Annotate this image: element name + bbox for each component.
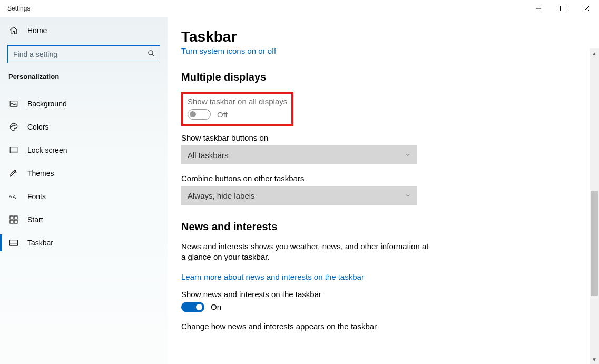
search-icon [148, 50, 155, 59]
sidebar-item-label: Lock screen [27, 146, 67, 154]
scrollbar-thumb[interactable] [591, 191, 598, 296]
sidebar-item-start[interactable]: Start [0, 208, 168, 231]
dropdown-show-buttons-on[interactable]: All taskbars [181, 145, 417, 164]
sidebar-item-taskbar[interactable]: Taskbar [0, 231, 168, 254]
themes-icon [8, 168, 19, 179]
home-icon [8, 25, 19, 36]
sidebar-item-label: Background [27, 100, 67, 108]
label-show-taskbar-all: Show taskbar on all displays [188, 97, 287, 106]
toggle-show-news[interactable] [181, 302, 204, 312]
page-title: Taskbar [181, 28, 599, 45]
picture-icon [8, 99, 19, 109]
dropdown-value: All taskbars [188, 151, 229, 160]
start-icon [8, 214, 19, 225]
scroll-down-arrow[interactable]: ▼ [590, 355, 599, 364]
svg-rect-15 [14, 216, 17, 219]
svg-rect-11 [10, 151, 17, 153]
home-nav[interactable]: Home [0, 20, 168, 41]
main-content: Taskbar Turn system icons on or off Mult… [168, 17, 599, 364]
sidebar-item-label: Fonts [27, 192, 46, 201]
svg-rect-17 [14, 220, 17, 223]
toggle-state-text: Off [217, 110, 228, 119]
sidebar-item-colors[interactable]: Colors [0, 115, 168, 139]
toggle-state-text: On [211, 302, 221, 311]
sidebar-item-label: Taskbar [27, 239, 53, 247]
label-show-buttons-on: Show taskbar buttons on [181, 133, 590, 142]
taskbar-icon [8, 238, 19, 248]
news-description: News and interests shows you weather, ne… [181, 241, 429, 263]
home-label: Home [27, 26, 47, 35]
svg-point-4 [149, 51, 153, 55]
sidebar-item-label: Colors [27, 123, 48, 131]
svg-point-8 [13, 125, 14, 126]
svg-point-7 [12, 126, 13, 127]
window-title: Settings [7, 5, 30, 12]
sidebar-item-fonts[interactable]: AA Fonts [0, 185, 168, 208]
palette-icon [8, 122, 19, 132]
close-button[interactable] [575, 0, 599, 17]
link-learn-news[interactable]: Learn more about news and interests on t… [181, 272, 364, 281]
dropdown-combine-buttons[interactable]: Always, hide labels [181, 186, 417, 205]
chevron-down-icon [405, 151, 411, 160]
label-show-news: Show news and interests on the taskbar [181, 290, 590, 299]
svg-rect-16 [10, 220, 13, 223]
section-news-interests: News and interests [181, 221, 590, 233]
fonts-icon: AA [8, 191, 19, 202]
sidebar-item-background[interactable]: Background [0, 92, 168, 115]
chevron-down-icon [405, 191, 411, 200]
sidebar-item-themes[interactable]: Themes [0, 162, 168, 185]
svg-point-9 [15, 125, 16, 126]
category-label: Personalization [0, 70, 168, 85]
label-combine-buttons: Combine buttons on other taskbars [181, 174, 590, 183]
svg-rect-1 [561, 6, 565, 11]
sidebar-item-label: Themes [27, 169, 54, 178]
sidebar-item-label: Start [27, 215, 43, 224]
sidebar: Home Personalization Background [0, 17, 168, 364]
section-multiple-displays: Multiple displays [181, 71, 590, 83]
maximize-button[interactable] [551, 0, 575, 17]
svg-text:A: A [9, 194, 12, 199]
svg-line-5 [152, 54, 154, 56]
dropdown-value: Always, hide labels [188, 191, 255, 200]
sidebar-item-lockscreen[interactable]: Lock screen [0, 139, 168, 162]
svg-text:A: A [13, 194, 16, 200]
lockscreen-icon [8, 145, 19, 155]
link-system-icons[interactable]: Turn system icons on or off [181, 48, 590, 55]
label-change-news-appearance: Change how news and interests appears on… [181, 322, 590, 331]
svg-rect-14 [10, 216, 13, 219]
scroll-up-arrow[interactable]: ▲ [590, 48, 599, 58]
toggle-show-taskbar-all[interactable] [188, 109, 211, 120]
minimize-button[interactable] [526, 0, 551, 17]
titlebar: Settings [0, 0, 599, 17]
svg-rect-18 [10, 240, 18, 246]
highlight-box: Show taskbar on all displays Off [181, 92, 293, 126]
search-input[interactable] [7, 45, 160, 63]
